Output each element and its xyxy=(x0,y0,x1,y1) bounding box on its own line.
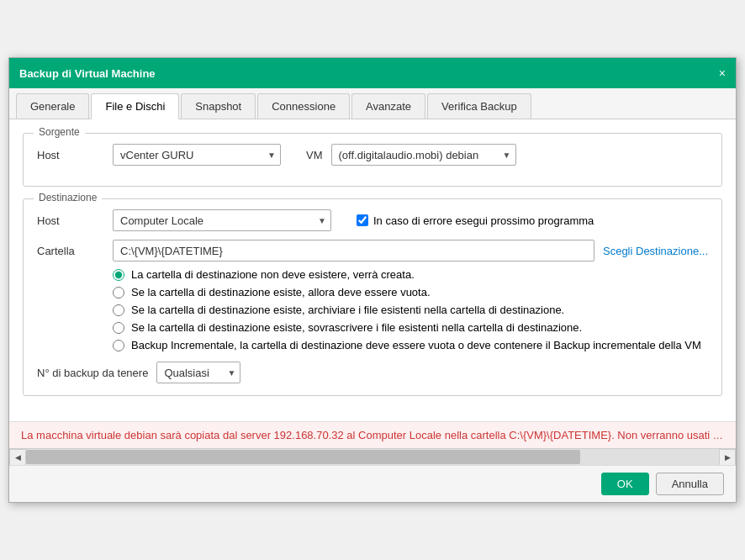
info-bar: La macchina virtuale debian sarà copiata… xyxy=(9,421,736,448)
radio-row-5: Backup Incrementale, la cartella di dest… xyxy=(113,339,708,351)
window-title: Backup di Virtual Machine xyxy=(19,67,156,80)
radio-1[interactable] xyxy=(113,269,124,281)
radio-label-5: Backup Incrementale, la cartella di dest… xyxy=(131,339,701,351)
radio-4[interactable] xyxy=(113,322,124,334)
backup-count-label: N° di backup da tenere xyxy=(37,367,148,379)
tab-file-dischi[interactable]: File e Dischi xyxy=(91,93,179,119)
tab-generale[interactable]: Generale xyxy=(16,93,89,119)
sorgente-section: Sorgente Host vCenter GURU ▼ VM (off.dig… xyxy=(23,133,722,187)
backup-count-select-wrapper: Qualsiasi ▼ xyxy=(156,362,240,383)
radio-label-3: Se la cartella di destinazione esiste, a… xyxy=(131,304,564,316)
radio-2[interactable] xyxy=(113,287,124,298)
close-button[interactable]: × xyxy=(719,67,726,79)
sorgente-host-label: Host xyxy=(37,149,113,161)
info-text: La macchina virtuale debian sarà copiata… xyxy=(21,429,736,441)
sorgente-vm-select[interactable]: (off.digitalaudio.mobi) debian xyxy=(331,144,516,166)
tab-verifica-backup[interactable]: Verifica Backup xyxy=(427,93,531,119)
sorgente-host-select[interactable]: vCenter GURU xyxy=(113,144,281,166)
destinazione-host-select[interactable]: Computer Locale xyxy=(113,209,331,231)
sorgente-vm-label: VM xyxy=(306,149,323,161)
destinazione-host-control: Computer Locale ▼ In caso di errore eseg… xyxy=(113,209,708,231)
sorgente-host-select-wrapper: vCenter GURU ▼ xyxy=(113,144,281,166)
scrollbar-thumb[interactable] xyxy=(26,450,580,464)
radio-3[interactable] xyxy=(113,304,124,316)
ok-button[interactable]: OK xyxy=(601,473,649,495)
sorgente-legend: Sorgente xyxy=(34,126,85,138)
errore-checkbox-label: In caso di errore esegui prossimo progra… xyxy=(373,214,594,227)
destinazione-host-label: Host xyxy=(37,214,113,227)
cartella-input[interactable] xyxy=(113,240,594,262)
scroll-right-button[interactable]: ▶ xyxy=(719,449,736,466)
main-content: Sorgente Host vCenter GURU ▼ VM (off.dig… xyxy=(9,119,736,421)
destinazione-section: Destinazione Host Computer Locale ▼ In c… xyxy=(23,198,722,396)
title-bar: Backup di Virtual Machine × xyxy=(9,58,736,88)
tab-snapshot[interactable]: Snapshot xyxy=(181,93,256,119)
scrollbar-track[interactable] xyxy=(26,449,719,465)
scroll-left-button[interactable]: ◀ xyxy=(9,449,26,466)
scegli-destinazione-link[interactable]: Scegli Destinazione... xyxy=(603,245,708,257)
sorgente-vm-select-wrapper: (off.digitalaudio.mobi) debian ▼ xyxy=(331,144,516,166)
destinazione-host-row: Host Computer Locale ▼ In caso di errore… xyxy=(37,209,708,231)
backup-count-select[interactable]: Qualsiasi xyxy=(156,362,240,383)
destinazione-legend: Destinazione xyxy=(34,192,102,203)
radio-label-1: La cartella di destinazione non deve esi… xyxy=(131,268,415,281)
backup-count-row: N° di backup da tenere Qualsiasi ▼ xyxy=(37,362,708,383)
main-window: Backup di Virtual Machine × Generale Fil… xyxy=(8,57,737,503)
radio-label-4: Se la cartella di destinazione esiste, s… xyxy=(131,321,582,334)
tab-bar: Generale File e Dischi Snapshot Connessi… xyxy=(9,88,736,119)
radio-row-3: Se la cartella di destinazione esiste, a… xyxy=(113,304,708,316)
tab-connessione[interactable]: Connessione xyxy=(257,93,350,119)
bottom-buttons: OK Annulla xyxy=(9,465,736,502)
radio-label-2: Se la cartella di destinazione esiste, a… xyxy=(131,286,431,298)
errore-checkbox-row: In caso di errore esegui prossimo progra… xyxy=(357,214,594,227)
tab-avanzate[interactable]: Avanzate xyxy=(351,93,425,119)
cartella-row: Cartella Scegli Destinazione... xyxy=(37,240,708,262)
horizontal-scrollbar[interactable]: ◀ ▶ xyxy=(9,448,736,465)
cartella-label: Cartella xyxy=(37,245,113,257)
destinazione-host-select-wrapper: Computer Locale ▼ xyxy=(113,209,331,231)
radio-5[interactable] xyxy=(113,340,124,351)
sorgente-host-control: vCenter GURU ▼ VM (off.digitalaudio.mobi… xyxy=(113,144,708,166)
radio-row-4: Se la cartella di destinazione esiste, s… xyxy=(113,321,708,334)
errore-checkbox[interactable] xyxy=(357,214,368,226)
radio-row-1: La cartella di destinazione non deve esi… xyxy=(113,268,708,281)
cancel-button[interactable]: Annulla xyxy=(656,473,724,495)
radio-row-2: Se la cartella di destinazione esiste, a… xyxy=(113,286,708,298)
sorgente-row: Host vCenter GURU ▼ VM (off.digitalaudio… xyxy=(37,144,708,166)
radio-group: La cartella di destinazione non deve esi… xyxy=(113,268,708,351)
